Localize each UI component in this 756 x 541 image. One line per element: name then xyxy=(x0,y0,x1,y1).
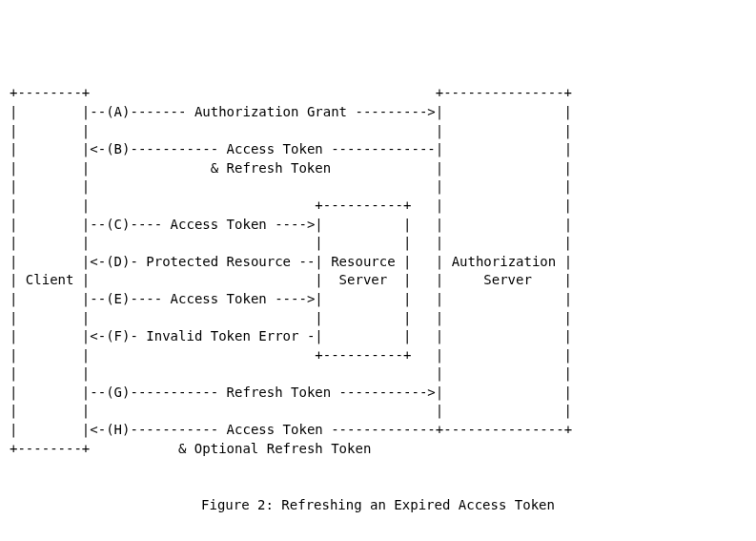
figure-caption: Figure 2: Refreshing an Expired Access T… xyxy=(0,487,756,515)
authorization-server-label2: Server xyxy=(483,272,532,287)
ascii-diagram: +--------+ +---------------+ | |--(A)---… xyxy=(0,74,756,468)
authorization-server-label: Authorization xyxy=(452,254,557,269)
flow-d-text: Protected Resource xyxy=(146,254,291,269)
flow-label-a: (A) xyxy=(106,104,130,119)
flow-g-text: Refresh Token xyxy=(227,385,332,400)
flow-b-text2: & Refresh Token xyxy=(211,160,331,176)
resource-server-label2: Server xyxy=(339,272,388,287)
flow-c-text: Access Token xyxy=(171,217,267,232)
flow-label-d: (D) xyxy=(106,254,130,269)
flow-label-f: (F) xyxy=(106,328,130,343)
flow-h-text2: & Optional Refresh Token xyxy=(178,441,371,456)
flow-f-text: Invalid Token Error xyxy=(146,328,298,343)
flow-h-text: Access Token xyxy=(227,422,323,437)
flow-label-c: (C) xyxy=(106,217,130,232)
resource-server-label: Resource xyxy=(331,254,395,269)
flow-label-h: (H) xyxy=(106,422,130,437)
flow-label-g: (G) xyxy=(106,385,130,400)
flow-b-text: Access Token xyxy=(227,141,323,156)
flow-e-text: Access Token xyxy=(171,291,267,306)
client-label: Client xyxy=(26,272,74,287)
flow-label-e: (E) xyxy=(106,291,130,306)
flow-label-b: (B) xyxy=(106,141,130,156)
flow-a-text: Authorization Grant xyxy=(194,104,347,119)
